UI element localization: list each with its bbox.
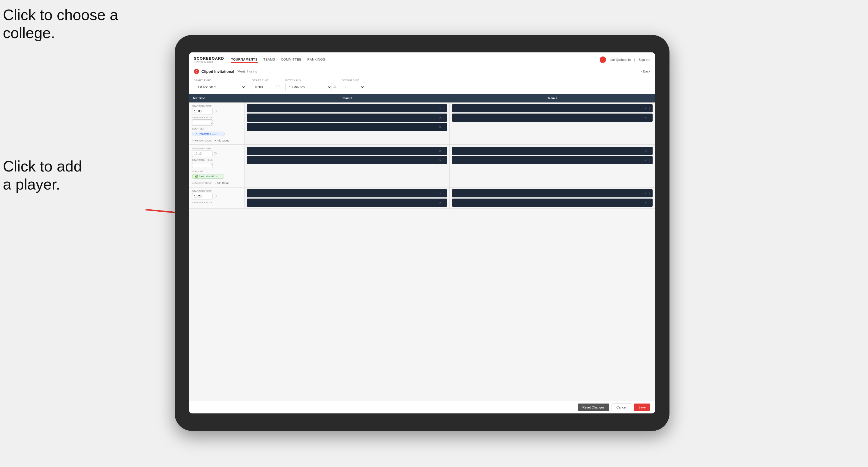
nav-link-teams[interactable]: TEAMS xyxy=(264,57,275,63)
scoreboard-logo: SCOREBOARD Powered by clippd xyxy=(194,56,224,63)
slot-x-icon[interactable]: ✕ xyxy=(645,149,647,153)
slot-expand-icon[interactable]: ⋮ xyxy=(648,201,651,205)
reset-changes-button[interactable]: Reset Changes xyxy=(578,404,609,411)
starting-hole-spinner-1[interactable]: ▲ ▼ xyxy=(192,119,213,126)
intervals-label: Intervals xyxy=(285,79,336,82)
slot-expand-icon[interactable]: ⋮ xyxy=(442,107,445,110)
tee-time-controls-1: STARTING TIME: ⓘ STARTING HOLE: ▲ ▼ xyxy=(189,102,245,145)
group-size-group: Group Size 3 xyxy=(342,79,365,91)
slot-x-icon[interactable]: ✕ xyxy=(439,192,441,195)
player-slot-4-1[interactable]: ✕ ⋮ xyxy=(452,147,653,155)
nav-right: blair@clippd.io | Sign out xyxy=(600,57,650,63)
logo-sub: Powered by clippd xyxy=(194,61,224,63)
team1-col-1: ✕ ⋮ ✕ ⋮ ✕ ⋮ xyxy=(245,102,450,145)
slot-expand-icon[interactable]: ⋮ xyxy=(648,116,651,119)
slot-expand-icon[interactable]: ⋮ xyxy=(648,192,651,195)
hosting-badge: Hosting xyxy=(247,70,257,73)
slot-expand-icon[interactable]: ⋮ xyxy=(648,159,651,162)
player-slot-3-1[interactable]: ✕ ⋮ xyxy=(247,147,447,155)
starting-hole-label-2: STARTING HOLE: xyxy=(192,159,241,161)
slot-expand-icon[interactable]: ⋮ xyxy=(648,149,651,153)
slot-x-icon[interactable]: ✕ xyxy=(439,149,441,153)
intervals-info-icon: ⓘ xyxy=(333,85,336,89)
slot-expand-icon[interactable]: ⋮ xyxy=(442,192,445,195)
course-tag-1[interactable]: (A) Peachtree GC × ⋮ xyxy=(192,132,225,136)
remove-group-2[interactable]: ○ Remove Group xyxy=(192,182,212,185)
slot-x-icon[interactable]: ✕ xyxy=(439,107,441,110)
player-slot-1-3[interactable]: ✕ ⋮ xyxy=(247,123,447,131)
starting-time-input-3[interactable] xyxy=(192,193,213,199)
slot-x-icon[interactable]: ✕ xyxy=(439,116,441,119)
slot-x-icon[interactable]: ✕ xyxy=(439,159,441,162)
slot-expand-icon[interactable]: ⋮ xyxy=(648,107,651,110)
player-slot-3-2[interactable]: ✕ ⋮ xyxy=(247,156,447,164)
player-slot-2-1[interactable]: ✕ ⋮ xyxy=(452,104,653,113)
tournament-title: Clippd Invitational xyxy=(202,69,234,74)
add-group-1[interactable]: + Add Group xyxy=(215,139,229,142)
sign-out-link[interactable]: Sign out xyxy=(639,58,650,61)
add-group-2[interactable]: + Add Group xyxy=(215,182,229,185)
main-content: STARTING TIME: ⓘ STARTING HOLE: ▲ ▼ xyxy=(189,102,655,401)
player-slot-1-1[interactable]: ✕ ⋮ xyxy=(247,104,447,113)
tee-time-controls-3: STARTING TIME: ⓘ STARTING HOLE: xyxy=(189,187,245,209)
slot-x-icon[interactable]: ✕ xyxy=(645,116,647,119)
th-tee-time: Tee Time xyxy=(189,94,245,102)
course-tag-2[interactable]: 🌿 East Lake GC × ⋮ xyxy=(192,174,224,179)
starting-time-input-1[interactable] xyxy=(192,108,213,115)
intervals-select[interactable]: 10 Minutes xyxy=(285,83,332,91)
player-slot-4-2[interactable]: ✕ ⋮ xyxy=(452,156,653,164)
starting-hole-spinner-2[interactable]: ▲ ▼ xyxy=(192,162,213,168)
th-team1: Team 1 xyxy=(245,94,450,102)
tee-time-controls-2: STARTING TIME: ⓘ STARTING HOLE: ▲ ▼ xyxy=(189,145,245,187)
start-time-label: Start Time xyxy=(252,79,279,82)
slot-x-icon[interactable]: ✕ xyxy=(645,159,647,162)
slot-x-icon[interactable]: ✕ xyxy=(439,201,441,205)
slot-expand-icon[interactable]: ⋮ xyxy=(442,125,445,129)
player-slot-5-1[interactable]: ✕ ⋮ xyxy=(247,189,447,197)
slot-x-icon[interactable]: ✕ xyxy=(439,125,441,129)
slot-expand-icon[interactable]: ⋮ xyxy=(442,149,445,153)
start-time-input[interactable] xyxy=(252,83,275,91)
start-type-select[interactable]: 1st Tee Start xyxy=(194,83,246,91)
slot-x-icon[interactable]: ✕ xyxy=(645,201,647,205)
save-button[interactable]: Save xyxy=(634,404,650,411)
starting-hole-label-3: STARTING HOLE: xyxy=(192,201,241,204)
player-slot-2-2[interactable]: ✕ ⋮ xyxy=(452,114,653,122)
logo-title: SCOREBOARD xyxy=(194,56,224,61)
form-area: Start Type 1st Tee Start Start Time ⓘ In… xyxy=(189,76,655,94)
start-time-info-icon: ⓘ xyxy=(277,85,279,89)
back-button[interactable]: ‹ Back xyxy=(641,70,650,73)
course-label-1: COURSE: xyxy=(192,127,241,130)
nav-link-tournaments[interactable]: TOURNAMENTS xyxy=(231,57,258,63)
user-email: blair@clippd.io xyxy=(610,58,630,61)
group-size-select[interactable]: 3 xyxy=(342,83,365,91)
table-header: Tee Time Team 1 Team 2 xyxy=(189,94,655,102)
player-slot-1-2[interactable]: ✕ ⋮ xyxy=(247,114,447,122)
slot-expand-icon[interactable]: ⋮ xyxy=(442,201,445,205)
nav-link-rankings[interactable]: RANKINGS xyxy=(307,57,325,63)
starting-time-label-2: STARTING TIME: xyxy=(192,147,241,150)
slot-x-icon[interactable]: ✕ xyxy=(645,192,647,195)
player-slot-6-2[interactable]: ✕ ⋮ xyxy=(452,198,653,207)
tee-time-row-2: STARTING TIME: ⓘ STARTING HOLE: ▲ ▼ xyxy=(189,145,655,187)
annotation-player: Click to add a player. xyxy=(3,157,82,194)
tee-time-row-3: STARTING TIME: ⓘ STARTING HOLE: ✕ ⋮ xyxy=(189,187,655,209)
slot-expand-icon[interactable]: ⋮ xyxy=(442,116,445,119)
remove-group-1[interactable]: ○ Remove Group xyxy=(192,139,212,142)
slot-expand-icon[interactable]: ⋮ xyxy=(442,159,445,162)
th-team2: Team 2 xyxy=(450,94,655,102)
nav-link-committee[interactable]: COMMITTEE xyxy=(281,57,302,63)
slot-x-icon[interactable]: ✕ xyxy=(645,107,647,110)
starting-time-input-2[interactable] xyxy=(192,151,213,157)
team-columns-1: ✕ ⋮ ✕ ⋮ ✕ ⋮ ✕ xyxy=(245,102,655,145)
intervals-group: Intervals 10 Minutes ⓘ xyxy=(285,79,336,91)
player-slot-5-2[interactable]: ✕ ⋮ xyxy=(247,198,447,207)
team2-col-3: ✕ ⋮ ✕ ⋮ xyxy=(450,187,655,209)
nav-bar: SCOREBOARD Powered by clippd TOURNAMENTS… xyxy=(189,53,655,67)
team-columns-2: ✕ ⋮ ✕ ⋮ ✕ ⋮ ✕ xyxy=(245,145,655,187)
player-slot-6-1[interactable]: ✕ ⋮ xyxy=(452,189,653,197)
divider: | xyxy=(634,58,635,61)
cancel-button[interactable]: Cancel xyxy=(612,404,631,411)
course-label-2: COURSE: xyxy=(192,170,241,173)
annotation-college: Click to choose a college. xyxy=(3,6,118,42)
